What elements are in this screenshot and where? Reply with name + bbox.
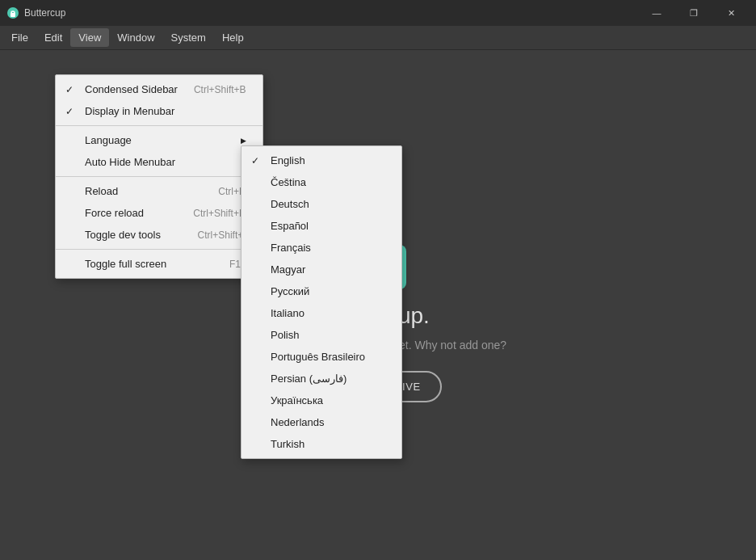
menu-display-in-menubar[interactable]: ✓ Display in Menubar xyxy=(56,100,262,122)
maximize-button[interactable]: ❐ xyxy=(675,0,712,26)
minimize-button[interactable]: — xyxy=(638,0,675,26)
separator-2 xyxy=(56,176,262,177)
menu-view[interactable]: View xyxy=(70,28,109,47)
menu-toggle-dev-tools[interactable]: Toggle dev tools Ctrl+Shift+I xyxy=(56,224,262,246)
menu-help[interactable]: Help xyxy=(214,28,252,47)
menu-edit[interactable]: Edit xyxy=(36,28,70,47)
menu-system[interactable]: System xyxy=(163,28,214,47)
menu-language[interactable]: Language xyxy=(56,129,262,151)
lang-deutsch[interactable]: Deutsch xyxy=(242,193,401,215)
main-content: Buttercup. You don't have any archives y… xyxy=(0,50,756,560)
lang-polish[interactable]: Polish xyxy=(242,324,401,346)
language-submenu: ✓ English Čeština Deutsch Español França… xyxy=(241,145,402,459)
menu-window[interactable]: Window xyxy=(109,28,162,47)
menu-file[interactable]: File xyxy=(3,28,36,47)
lang-russian[interactable]: Русский xyxy=(242,280,401,302)
lang-persian[interactable]: Persian (فارسی) xyxy=(242,368,401,389)
titlebar-title: Buttercup xyxy=(24,7,65,19)
menu-auto-hide-menubar[interactable]: Auto Hide Menubar xyxy=(56,151,262,173)
menu-force-reload[interactable]: Force reload Ctrl+Shift+R xyxy=(56,202,262,224)
titlebar-controls: — ❐ ✕ xyxy=(638,0,750,26)
menu-condensed-sidebar[interactable]: ✓ Condensed Sidebar Ctrl+Shift+B xyxy=(56,78,262,100)
condensed-sidebar-check: ✓ xyxy=(65,84,74,95)
separator-3 xyxy=(56,249,262,250)
lang-magyar[interactable]: Magyar xyxy=(242,259,401,280)
lang-francais[interactable]: Français xyxy=(242,237,401,259)
close-button[interactable]: ✕ xyxy=(712,0,750,26)
display-menubar-check: ✓ xyxy=(65,106,74,117)
english-check: ✓ xyxy=(251,155,259,166)
lang-ukrainian[interactable]: Українська xyxy=(242,389,401,411)
lang-cestina[interactable]: Čeština xyxy=(242,171,401,193)
titlebar-left: Buttercup xyxy=(6,6,65,19)
view-dropdown: ✓ Condensed Sidebar Ctrl+Shift+B ✓ Displ… xyxy=(55,74,263,279)
lang-espanol[interactable]: Español xyxy=(242,215,401,237)
menu-toggle-full-screen[interactable]: Toggle full screen F11 xyxy=(56,253,262,275)
lang-nederlands[interactable]: Nederlands xyxy=(242,411,401,433)
titlebar: Buttercup — ❐ ✕ xyxy=(0,0,756,26)
menubar: File Edit View Window System Help xyxy=(0,26,756,50)
lang-english[interactable]: ✓ English xyxy=(242,149,401,171)
lang-italiano[interactable]: Italiano xyxy=(242,302,401,324)
dropdown-container: ✓ Condensed Sidebar Ctrl+Shift+B ✓ Displ… xyxy=(0,74,756,560)
lang-turkish[interactable]: Turkish xyxy=(242,433,401,455)
menu-reload[interactable]: Reload Ctrl+R xyxy=(56,180,262,202)
separator-1 xyxy=(56,125,262,126)
lang-portugues[interactable]: Português Brasileiro xyxy=(242,346,401,368)
app-icon xyxy=(6,6,19,19)
